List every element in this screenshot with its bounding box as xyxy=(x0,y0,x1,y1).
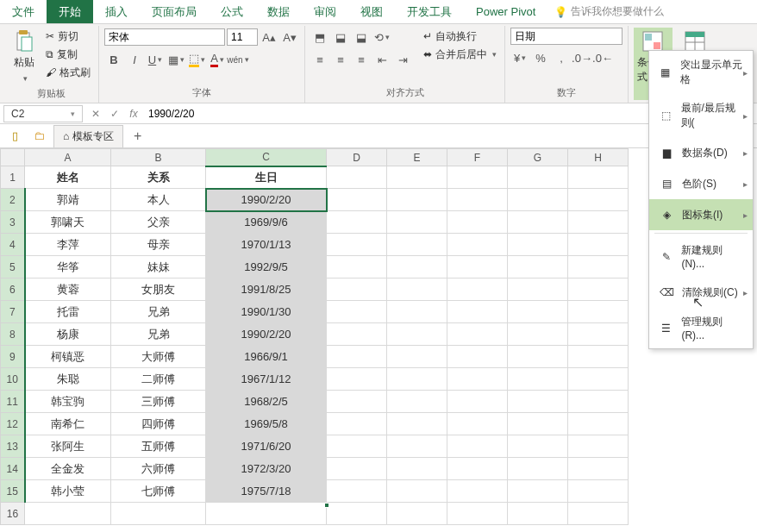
col-header-E[interactable]: E xyxy=(387,149,447,166)
cell-G12[interactable] xyxy=(508,413,568,435)
cell-H13[interactable] xyxy=(568,435,629,458)
cell-E2[interactable] xyxy=(387,189,447,211)
cell-E13[interactable] xyxy=(387,435,447,458)
cell-F2[interactable] xyxy=(447,189,508,211)
paste-button[interactable]: 粘贴 xyxy=(9,28,40,85)
cell-G9[interactable] xyxy=(508,346,568,368)
cell-D11[interactable] xyxy=(327,391,387,413)
decrease-font-icon[interactable]: A▾ xyxy=(280,28,299,47)
cell-B10[interactable]: 二师傅 xyxy=(111,368,206,391)
underline-button[interactable]: U xyxy=(146,50,165,69)
wrap-text-button[interactable]: ↵自动换行 xyxy=(421,28,499,45)
cell-C8[interactable]: 1990/2/20 xyxy=(206,323,327,346)
cell-C4[interactable]: 1970/1/13 xyxy=(206,234,327,256)
col-header-C[interactable]: C xyxy=(206,149,327,166)
cell-G5[interactable] xyxy=(508,256,568,279)
cell-E1[interactable] xyxy=(387,166,447,189)
decrease-decimal-icon[interactable]: .0← xyxy=(593,48,612,67)
cell-D8[interactable] xyxy=(327,323,387,346)
cell-E16[interactable] xyxy=(387,503,447,525)
increase-font-icon[interactable]: A▴ xyxy=(260,28,278,47)
cell-H9[interactable] xyxy=(568,346,629,368)
cell-G6[interactable] xyxy=(508,279,568,301)
cell-F10[interactable] xyxy=(447,368,508,391)
cell-D12[interactable] xyxy=(327,413,387,435)
cell-C11[interactable]: 1968/2/5 xyxy=(206,391,327,413)
cell-G4[interactable] xyxy=(508,234,568,256)
cell-H8[interactable] xyxy=(568,323,629,346)
name-box[interactable]: C2▾ xyxy=(3,105,83,122)
cell-B16[interactable] xyxy=(111,503,206,525)
cell-C13[interactable]: 1971/6/20 xyxy=(206,435,327,458)
menu-toprules[interactable]: ⬚最前/最后规则( xyxy=(649,94,753,137)
cancel-formula-icon[interactable]: ✕ xyxy=(86,108,105,120)
cell-B4[interactable]: 母亲 xyxy=(111,234,206,256)
number-format-combo[interactable] xyxy=(510,28,622,45)
font-color-button[interactable]: A xyxy=(208,50,227,69)
cell-F5[interactable] xyxy=(447,256,508,279)
italic-button[interactable]: I xyxy=(125,50,144,69)
menu-highlight[interactable]: ▦突出显示单元格 xyxy=(649,51,753,94)
cell-B5[interactable]: 妹妹 xyxy=(111,256,206,279)
cell-D9[interactable] xyxy=(327,346,387,368)
increase-indent-icon[interactable]: ⇥ xyxy=(393,50,412,69)
cell-C12[interactable]: 1969/5/8 xyxy=(206,413,327,435)
tab-8[interactable]: 开发工具 xyxy=(395,0,464,23)
cell-F11[interactable] xyxy=(447,391,508,413)
cell-G13[interactable] xyxy=(508,435,568,458)
cell-D10[interactable] xyxy=(327,368,387,391)
cell-F13[interactable] xyxy=(447,435,508,458)
cell-G10[interactable] xyxy=(508,368,568,391)
row-header-11[interactable]: 11 xyxy=(1,391,25,413)
menu-newrule[interactable]: ✎新建规则(N)... xyxy=(649,236,753,277)
add-sheet-button[interactable]: + xyxy=(128,127,147,146)
cell-F1[interactable] xyxy=(447,166,508,189)
row-header-14[interactable]: 14 xyxy=(1,458,25,480)
sheet-tab[interactable]: ⌂ 模板专区 xyxy=(53,125,123,147)
cell-B2[interactable]: 本人 xyxy=(111,189,206,211)
cell-D3[interactable] xyxy=(327,211,387,234)
cell-A12[interactable]: 南希仁 xyxy=(25,413,111,435)
cell-C3[interactable]: 1969/9/6 xyxy=(206,211,327,234)
cell-A11[interactable]: 韩宝驹 xyxy=(25,391,111,413)
cell-A10[interactable]: 朱聪 xyxy=(25,368,111,391)
row-header-3[interactable]: 3 xyxy=(1,211,25,234)
align-bottom-icon[interactable]: ⬓ xyxy=(352,28,371,47)
cell-E6[interactable] xyxy=(387,279,447,301)
cell-G3[interactable] xyxy=(508,211,568,234)
cell-E9[interactable] xyxy=(387,346,447,368)
cell-A8[interactable]: 杨康 xyxy=(25,323,111,346)
accept-formula-icon[interactable]: ✓ xyxy=(105,108,124,120)
cell-A1[interactable]: 姓名 xyxy=(25,166,111,189)
col-header-F[interactable]: F xyxy=(447,149,508,166)
row-header-9[interactable]: 9 xyxy=(1,346,25,368)
cell-D15[interactable] xyxy=(327,480,387,503)
cell-A3[interactable]: 郭啸天 xyxy=(25,211,111,234)
row-header-10[interactable]: 10 xyxy=(1,368,25,391)
row-header-12[interactable]: 12 xyxy=(1,413,25,435)
cell-F16[interactable] xyxy=(447,503,508,525)
worksheet-grid[interactable]: ABCDEFGH1姓名关系生日2郭靖本人1990/2/203郭啸天父亲1969/… xyxy=(0,148,757,530)
cell-F7[interactable] xyxy=(447,301,508,323)
cell-E4[interactable] xyxy=(387,234,447,256)
row-header-8[interactable]: 8 xyxy=(1,323,25,346)
cell-H3[interactable] xyxy=(568,211,629,234)
tab-6[interactable]: 审阅 xyxy=(302,0,348,23)
cell-H2[interactable] xyxy=(568,189,629,211)
cell-A14[interactable]: 全金发 xyxy=(25,458,111,480)
row-header-2[interactable]: 2 xyxy=(1,189,25,211)
comma-icon[interactable]: , xyxy=(552,48,571,67)
cell-G1[interactable] xyxy=(508,166,568,189)
copy-button[interactable]: ⧉复制 xyxy=(43,46,93,63)
row-header-5[interactable]: 5 xyxy=(1,256,25,279)
tab-5[interactable]: 数据 xyxy=(255,0,302,23)
tab-0[interactable]: 文件 xyxy=(0,0,47,23)
menu-clearrule[interactable]: ⌫清除规则(C) xyxy=(649,277,753,308)
tab-3[interactable]: 页面布局 xyxy=(140,0,209,23)
cell-D6[interactable] xyxy=(327,279,387,301)
cell-F6[interactable] xyxy=(447,279,508,301)
cell-E5[interactable] xyxy=(387,256,447,279)
font-size-combo[interactable] xyxy=(227,28,258,46)
merge-center-button[interactable]: ⬌合并后居中 xyxy=(421,46,499,63)
cell-B11[interactable]: 三师傅 xyxy=(111,391,206,413)
